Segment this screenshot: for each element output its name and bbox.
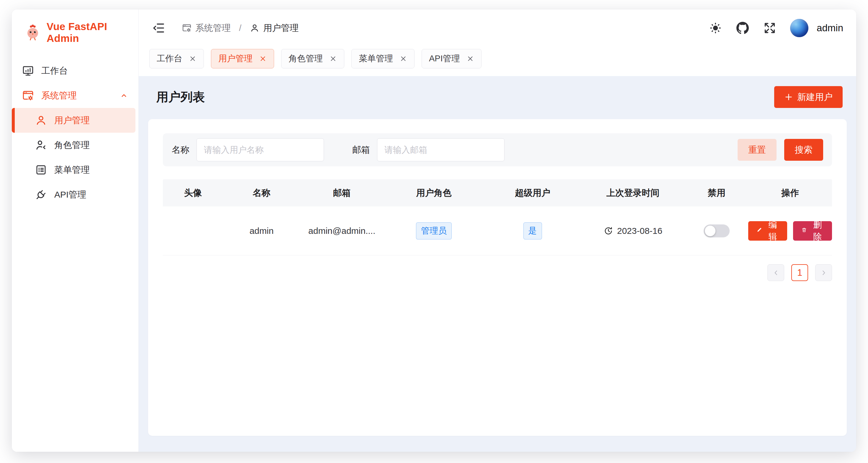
sidebar-item-menus[interactable]: 菜单管理 xyxy=(12,158,138,182)
sidebar-item-label: 角色管理 xyxy=(54,139,90,151)
topbar: 系统管理 / 用户管理 xyxy=(139,9,856,46)
search-button[interactable]: 搜索 xyxy=(784,139,823,161)
superuser-cell: 是 xyxy=(484,222,581,239)
email-cell: admin@admin.... xyxy=(300,226,384,236)
role-cell: 管理员 xyxy=(383,222,484,239)
role-icon xyxy=(35,139,47,151)
github-icon[interactable] xyxy=(736,21,749,35)
monitor-icon xyxy=(22,65,34,77)
tab-menus[interactable]: 菜单管理 xyxy=(351,49,414,68)
sidebar: Vue FastAPI Admin 工作台 xyxy=(12,9,139,452)
close-icon[interactable] xyxy=(189,55,196,63)
pagination: 1 xyxy=(163,264,832,281)
plug-icon xyxy=(35,189,47,201)
breadcrumb-item-system[interactable]: 系统管理 xyxy=(182,22,231,34)
tab-label: 用户管理 xyxy=(218,53,253,65)
tab-users[interactable]: 用户管理 xyxy=(211,49,274,68)
tab-label: 工作台 xyxy=(157,53,182,65)
sidebar-item-roles[interactable]: 角色管理 xyxy=(12,133,138,158)
sidebar-item-workbench[interactable]: 工作台 xyxy=(12,58,138,83)
column-header-actions: 操作 xyxy=(748,187,832,199)
page-header: 用户列表 新建用户 xyxy=(139,76,856,119)
username: admin xyxy=(817,23,843,34)
breadcrumb-separator: / xyxy=(239,23,241,33)
disabled-cell xyxy=(685,224,748,237)
edit-button[interactable]: 编辑 xyxy=(748,221,787,241)
tab-roles[interactable]: 角色管理 xyxy=(281,49,344,68)
email-filter-label: 邮箱 xyxy=(352,144,370,156)
trash-icon xyxy=(801,227,807,235)
name-cell: admin xyxy=(223,226,300,236)
sidebar-item-label: 菜单管理 xyxy=(54,164,90,176)
tab-apis[interactable]: API管理 xyxy=(422,49,482,68)
role-tag[interactable]: 管理员 xyxy=(416,222,452,239)
column-header-avatar: 头像 xyxy=(163,187,223,199)
user-icon xyxy=(250,23,260,33)
sidebar-item-label: 工作台 xyxy=(41,65,68,77)
filter-bar: 名称 邮箱 重置 搜索 xyxy=(163,133,832,166)
column-header-name: 名称 xyxy=(223,187,300,199)
column-header-email: 邮箱 xyxy=(300,187,384,199)
prev-page-button[interactable] xyxy=(767,264,784,281)
sidebar-menu: 工作台 系统管理 xyxy=(12,53,138,207)
topbar-actions: admin xyxy=(709,19,843,37)
avatar[interactable] xyxy=(790,19,808,37)
app-window: Vue FastAPI Admin 工作台 xyxy=(12,9,856,452)
tab-workbench[interactable]: 工作台 xyxy=(149,49,204,68)
window-settings-icon xyxy=(182,23,192,33)
disable-toggle[interactable] xyxy=(704,224,730,237)
app-title: Vue FastAPI Admin xyxy=(46,21,138,44)
clock-history-icon xyxy=(603,226,613,236)
chevron-up-icon xyxy=(120,91,128,100)
next-page-button[interactable] xyxy=(815,264,832,281)
sun-icon[interactable] xyxy=(709,21,722,35)
column-header-disabled: 禁用 xyxy=(685,187,748,199)
window-settings-icon xyxy=(22,89,34,102)
name-filter-label: 名称 xyxy=(172,144,189,156)
create-user-label: 新建用户 xyxy=(797,91,833,103)
toggle-knob xyxy=(705,226,715,236)
reset-button[interactable]: 重置 xyxy=(738,139,777,161)
breadcrumb-label: 系统管理 xyxy=(195,22,231,34)
sidebar-item-system[interactable]: 系统管理 xyxy=(12,83,138,108)
edit-label: 编辑 xyxy=(767,219,779,243)
close-icon[interactable] xyxy=(466,55,474,63)
expand-icon[interactable] xyxy=(763,21,777,35)
last-login-value: 2023-08-16 xyxy=(617,226,662,236)
sidebar-item-label: 系统管理 xyxy=(41,90,77,102)
delete-label: 删除 xyxy=(811,219,824,243)
last-login-cell: 2023-08-16 xyxy=(581,226,685,236)
user-icon xyxy=(35,114,47,127)
sidebar-item-users[interactable]: 用户管理 xyxy=(12,108,135,133)
close-icon[interactable] xyxy=(259,55,267,63)
table-header-row: 头像 名称 邮箱 用户角色 超级用户 上次登录时间 禁用 操作 xyxy=(163,179,832,206)
page-number-button[interactable]: 1 xyxy=(791,264,808,281)
pencil-icon xyxy=(756,227,762,235)
main-area: 用户列表 新建用户 名称 邮箱 重置 搜索 xyxy=(139,76,856,452)
breadcrumb-item-users[interactable]: 用户管理 xyxy=(250,22,299,34)
content-column: 系统管理 / 用户管理 xyxy=(139,9,856,452)
close-icon[interactable] xyxy=(400,55,407,63)
table-row: admin admin@admin.... 管理员 是 xyxy=(163,206,832,255)
delete-button[interactable]: 删除 xyxy=(793,221,832,241)
superuser-tag: 是 xyxy=(523,222,542,239)
breadcrumb: 系统管理 / 用户管理 xyxy=(182,22,299,34)
create-user-button[interactable]: 新建用户 xyxy=(774,86,843,108)
plus-icon xyxy=(784,93,793,101)
chick-logo-icon xyxy=(24,24,41,41)
filter-actions: 重置 搜索 xyxy=(738,139,823,161)
name-filter-input[interactable] xyxy=(196,138,324,161)
close-icon[interactable] xyxy=(329,55,337,63)
email-filter-input[interactable] xyxy=(377,138,504,161)
tab-label: API管理 xyxy=(429,53,460,65)
breadcrumb-label: 用户管理 xyxy=(263,22,299,34)
tabs-bar: 工作台 用户管理 角色管理 菜单管理 xyxy=(139,46,856,76)
column-header-last-login: 上次登录时间 xyxy=(581,187,685,199)
sidebar-item-label: 用户管理 xyxy=(54,114,90,127)
tab-label: 角色管理 xyxy=(288,53,323,65)
menu-list-icon xyxy=(35,164,47,176)
actions-cell: 编辑 删除 xyxy=(748,221,832,241)
collapse-sidebar-icon[interactable] xyxy=(152,21,165,35)
sidebar-item-apis[interactable]: API管理 xyxy=(12,182,138,207)
content-card: 名称 邮箱 重置 搜索 头像 名称 邮箱 用户角色 超级用户 xyxy=(148,119,847,436)
